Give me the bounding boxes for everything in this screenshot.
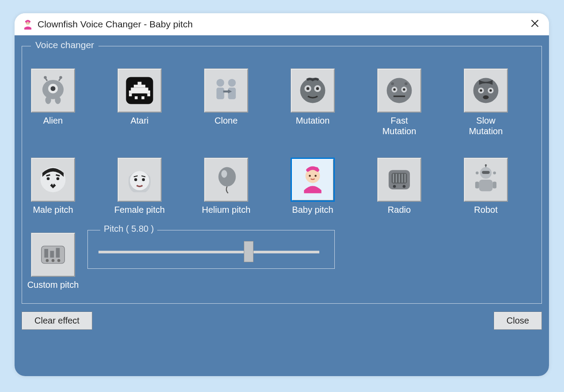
voice-label: Robot (455, 204, 517, 215)
radio-icon (377, 158, 421, 202)
svg-point-47 (489, 89, 492, 91)
client-area: Voice changer Alien Atari Clone (15, 35, 549, 376)
voice-item-fast-mutation[interactable]: Fast Mutation (377, 68, 421, 136)
svg-point-7 (51, 86, 56, 91)
svg-rect-17 (131, 87, 148, 90)
baby-pitch-icon (291, 158, 335, 202)
custom-pitch-label: Custom pitch (22, 279, 84, 290)
custom-pitch-icon (31, 233, 75, 277)
svg-point-85 (57, 259, 61, 262)
svg-point-41 (391, 82, 394, 85)
clear-effect-button[interactable]: Clear effect (22, 312, 92, 330)
voice-item-atari[interactable]: Atari (117, 68, 162, 136)
voice-label: Female pitch (109, 204, 170, 215)
svg-point-74 (476, 171, 479, 174)
svg-point-11 (59, 76, 62, 79)
svg-rect-81 (50, 251, 54, 257)
voice-label: Slow Mutation (455, 115, 517, 136)
svg-rect-71 (482, 171, 490, 174)
svg-point-12 (45, 96, 51, 104)
helium-pitch-icon (204, 158, 248, 202)
voice-item-clone[interactable]: Clone (204, 68, 248, 136)
svg-point-32 (307, 87, 310, 90)
groupbox-label: Voice changer (31, 40, 98, 50)
svg-point-30 (300, 78, 326, 103)
svg-point-52 (130, 171, 149, 190)
svg-rect-23 (135, 96, 138, 99)
svg-point-35 (387, 78, 412, 103)
alien-icon (31, 68, 75, 113)
voice-item-radio[interactable]: Radio (377, 158, 421, 215)
bottom-buttons: Clear effect Close (22, 312, 542, 330)
svg-point-73 (485, 164, 487, 166)
svg-point-59 (309, 175, 310, 177)
svg-point-84 (52, 259, 55, 262)
voice-label: Clone (195, 115, 257, 126)
pitch-slider[interactable] (98, 251, 319, 253)
voice-grid: Alien Atari Clone Mutation Fast Mutation (31, 68, 533, 215)
custom-row: Custom pitch Pitch ( 5.80 ) (31, 233, 533, 290)
svg-point-48 (483, 95, 488, 99)
app-window: Clownfish Voice Changer - Baby pitch Voi… (15, 13, 549, 376)
svg-point-43 (473, 78, 499, 103)
window-title: Clownfish Voice Changer - Baby pitch (38, 19, 529, 30)
svg-point-55 (219, 167, 236, 187)
svg-point-69 (403, 185, 406, 188)
atari-icon (117, 68, 162, 113)
pitch-groupbox: Pitch ( 5.80 ) (87, 230, 335, 269)
svg-rect-20 (131, 90, 148, 94)
svg-point-27 (228, 79, 236, 87)
svg-point-56 (221, 170, 227, 178)
voice-item-robot[interactable]: Robot (464, 158, 508, 215)
voice-label: Radio (368, 204, 430, 215)
svg-point-39 (403, 88, 405, 90)
svg-point-9 (44, 76, 47, 79)
clone-icon (204, 68, 248, 113)
voice-label: Alien (22, 115, 84, 126)
voice-item-mutation[interactable]: Mutation (291, 68, 335, 136)
svg-rect-21 (129, 94, 132, 97)
voice-label: Mutation (282, 115, 344, 126)
svg-point-34 (316, 87, 319, 90)
svg-rect-22 (148, 94, 151, 97)
robot-icon (464, 158, 508, 202)
svg-rect-76 (479, 180, 493, 191)
svg-point-42 (405, 82, 408, 85)
voice-label: Helium pitch (195, 204, 257, 215)
svg-point-51 (57, 177, 60, 181)
svg-point-60 (314, 175, 316, 177)
svg-point-1 (26, 23, 27, 23)
voice-label: Male pitch (22, 204, 84, 215)
voice-item-female-pitch[interactable]: Female pitch (117, 158, 162, 215)
svg-point-50 (47, 177, 50, 181)
svg-point-75 (493, 171, 496, 174)
close-icon[interactable] (529, 17, 541, 31)
svg-rect-16 (134, 85, 145, 88)
svg-rect-26 (216, 87, 224, 99)
svg-point-53 (134, 178, 137, 181)
titlebar: Clownfish Voice Changer - Baby pitch (15, 13, 549, 35)
svg-rect-28 (228, 87, 236, 99)
male-pitch-icon (31, 158, 75, 202)
svg-rect-80 (44, 249, 48, 258)
voice-item-baby-pitch[interactable]: Baby pitch (291, 158, 335, 215)
voice-label: Fast Mutation (368, 115, 430, 136)
svg-point-54 (142, 178, 145, 181)
voice-item-slow-mutation[interactable]: Slow Mutation (464, 68, 508, 136)
svg-point-83 (46, 259, 49, 262)
close-button[interactable]: Close (494, 312, 542, 330)
svg-rect-77 (475, 181, 479, 188)
voice-item-alien[interactable]: Alien (31, 68, 75, 136)
voice-item-male-pitch[interactable]: Male pitch (31, 158, 75, 215)
svg-rect-82 (56, 248, 60, 258)
svg-point-2 (28, 23, 29, 23)
voice-label: Baby pitch (282, 204, 344, 215)
voice-item-helium-pitch[interactable]: Helium pitch (204, 158, 248, 215)
pitch-slider-thumb[interactable] (244, 241, 254, 262)
svg-point-25 (216, 79, 224, 87)
svg-point-13 (55, 96, 61, 104)
voice-changer-groupbox: Voice changer Alien Atari Clone (22, 46, 542, 304)
svg-point-68 (393, 185, 396, 188)
pitch-label: Pitch ( 5.80 ) (100, 224, 157, 234)
voice-item-custom-pitch[interactable]: Custom pitch (31, 233, 75, 290)
